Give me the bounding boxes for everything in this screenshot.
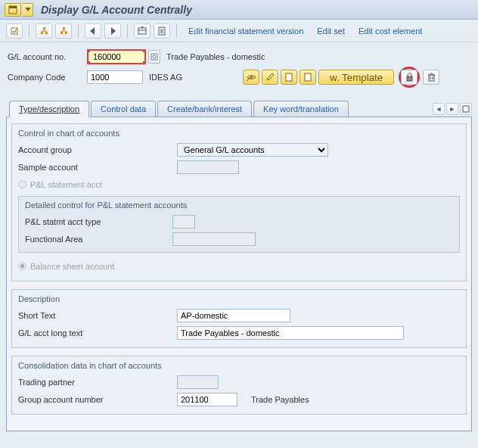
change-mode-icon[interactable]	[262, 70, 278, 85]
short-text-input[interactable]	[177, 309, 290, 322]
header-area: G/L account no. Trade Payables - domesti…	[0, 42, 478, 92]
long-text-input[interactable]	[177, 326, 404, 340]
pl-statement-radio	[18, 180, 26, 188]
group-title: Control in chart of accounts	[18, 127, 460, 141]
group-description: Description Short Text G/L acct long tex…	[11, 289, 467, 348]
group-control-coa: Control in chart of accounts Account gro…	[11, 123, 467, 282]
account-group-select[interactable]: General G/L accounts	[177, 143, 328, 157]
company-code-label: Company Code	[8, 73, 87, 82]
gl-account-label: G/L account no.	[8, 52, 87, 61]
menu-dropdown-icon[interactable]	[23, 3, 33, 17]
balance-sheet-label: Balance sheet account	[30, 262, 114, 271]
svg-rect-4	[43, 27, 45, 30]
lock-icon[interactable]	[401, 70, 417, 85]
tab-list-icon[interactable]	[460, 103, 472, 115]
func-area-label: Functional Area	[25, 235, 172, 244]
group-account-input[interactable]	[177, 393, 237, 406]
tab-type-description[interactable]: Type/description	[9, 101, 89, 117]
group-account-desc: Trade Payables	[251, 395, 309, 404]
svg-rect-7	[63, 27, 65, 30]
link-edit-set[interactable]: Edit set	[312, 24, 350, 38]
func-area-input[interactable]	[172, 232, 256, 246]
f4-help-icon[interactable]	[148, 50, 160, 64]
separator	[176, 24, 177, 38]
display-mode-icon[interactable]	[243, 70, 259, 85]
separator	[29, 24, 29, 38]
svg-marker-10	[90, 27, 95, 35]
pl-type-input[interactable]	[172, 215, 195, 229]
group-consolidation: Consolidation data in chart of accounts …	[11, 356, 467, 415]
tab-create-bank-interest[interactable]: Create/bank/interest	[157, 101, 252, 117]
delete-icon[interactable]	[423, 70, 439, 85]
group-title: Consolidation data in chart of accounts	[18, 359, 460, 373]
svg-marker-11	[111, 27, 116, 35]
svg-rect-19	[151, 54, 157, 60]
tab-body: Control in chart of accounts Account gro…	[6, 117, 472, 431]
trading-partner-label: Trading partner	[18, 378, 177, 387]
tab-scroll-right-icon[interactable]: ►	[446, 103, 458, 115]
create-ref-icon[interactable]	[300, 70, 316, 85]
link-edit-cost-elem[interactable]: Edit cost element	[353, 24, 427, 38]
svg-rect-5	[41, 32, 43, 34]
balance-sheet-radio	[18, 262, 26, 270]
separator	[127, 24, 128, 38]
page-title: Display G/L Account Centrally	[41, 4, 192, 16]
sample-account-input[interactable]	[177, 160, 239, 174]
with-template-button[interactable]: w. Template	[318, 70, 394, 85]
tab-container: Type/description Control data Create/ban…	[0, 92, 478, 431]
long-text-label: G/L acct long text	[18, 328, 177, 338]
gl-account-desc: Trade Payables - domestic	[166, 52, 265, 61]
app-toolbar: Edit financial statement version Edit se…	[0, 20, 478, 42]
tab-keyword-translation[interactable]: Key word/translation	[253, 101, 349, 117]
svg-rect-23	[286, 73, 292, 81]
trading-partner-input[interactable]	[177, 375, 219, 389]
svg-rect-25	[407, 76, 412, 81]
tab-control-data[interactable]: Control data	[91, 101, 156, 117]
titlebar: Display G/L Account Centrally	[0, 0, 478, 20]
svg-rect-26	[429, 75, 434, 81]
svg-rect-12	[138, 28, 146, 34]
account-group-label: Account group	[18, 145, 177, 154]
separator	[78, 24, 79, 38]
gl-account-input[interactable]	[93, 52, 131, 61]
tab-scroll-left-icon[interactable]: ◄	[433, 103, 445, 115]
inner-title: Detailed control for P&L statement accou…	[25, 199, 453, 213]
list-icon[interactable]	[154, 23, 170, 39]
lock-highlight	[399, 67, 420, 88]
prev-icon[interactable]	[85, 23, 101, 39]
svg-rect-1	[9, 6, 17, 8]
short-text-label: Short Text	[18, 311, 177, 320]
svg-rect-8	[61, 32, 63, 34]
svg-rect-6	[45, 32, 48, 34]
company-code-input[interactable]	[87, 70, 143, 84]
pl-type-label: P&L statmt acct type	[25, 217, 172, 226]
layout-icon[interactable]	[134, 23, 151, 39]
group-account-label: Group account number	[18, 395, 177, 404]
gl-account-input-wrap	[87, 49, 146, 64]
svg-marker-2	[25, 8, 31, 11]
group-title: Description	[18, 293, 460, 306]
next-icon[interactable]	[104, 23, 121, 39]
svg-rect-24	[305, 73, 311, 81]
create-mode-icon[interactable]	[281, 70, 297, 85]
link-edit-fsv[interactable]: Edit financial statement version	[183, 24, 309, 38]
toolbar-btn-1[interactable]	[6, 23, 23, 39]
menu-icon[interactable]	[5, 3, 21, 17]
sample-account-label: Sample account	[18, 163, 177, 172]
hierarchy-fwd-icon[interactable]	[55, 23, 72, 39]
pl-statement-label: P&L statement acct	[30, 180, 102, 189]
svg-rect-9	[65, 32, 67, 34]
inner-pl-detail: Detailed control for P&L statement accou…	[18, 196, 460, 253]
hierarchy-back-icon[interactable]	[36, 23, 52, 39]
svg-point-20	[153, 55, 156, 58]
company-code-desc: IDES AG	[149, 73, 182, 82]
svg-rect-31	[463, 106, 469, 112]
